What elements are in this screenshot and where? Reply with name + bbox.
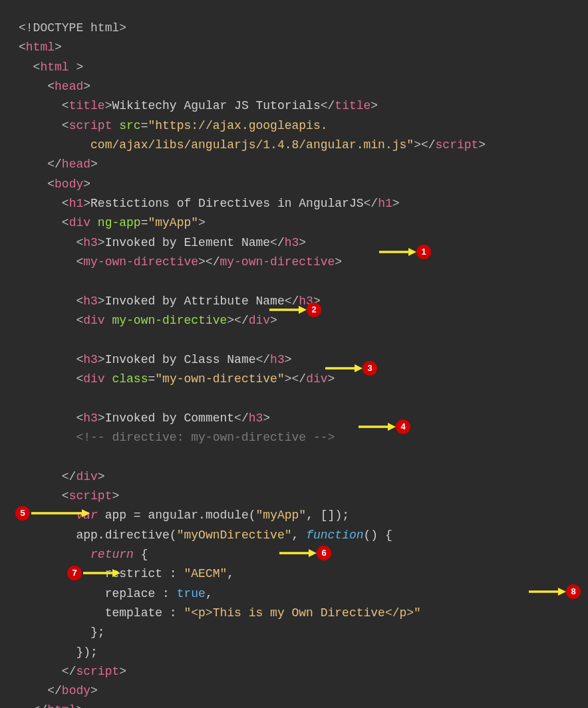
code-screenshot: <!DOCTYPE html> <html> <html > <head> <t… bbox=[0, 0, 588, 708]
title-text: Wikitechy Agular JS Tutorials bbox=[112, 99, 320, 112]
html-open: html bbox=[26, 41, 55, 54]
comment-directive: <!-- directive: my-own-directive --> bbox=[76, 431, 335, 444]
h1-text: Restictions of Directives in AngularJS bbox=[90, 197, 363, 210]
doctype: !DOCTYPE html bbox=[26, 21, 119, 35]
code-block: <!DOCTYPE html> <html> <html > <head> <t… bbox=[19, 19, 588, 708]
my-own-directive-elem: my-own-directive bbox=[83, 255, 198, 269]
